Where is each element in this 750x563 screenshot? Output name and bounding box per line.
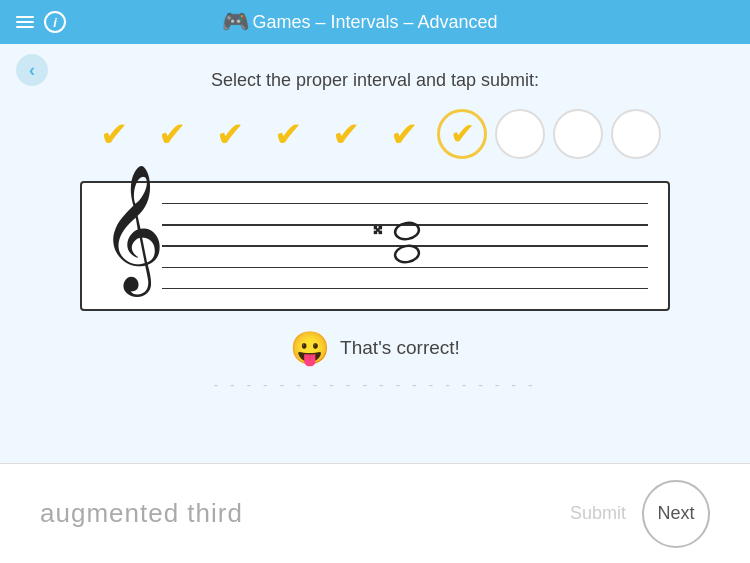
progress-item-9: [553, 109, 603, 159]
interval-label: augmented third: [40, 498, 243, 529]
progress-row: ✔ ✔ ✔ ✔ ✔ ✔ ✔: [50, 109, 700, 159]
header: i 🎮 Games – Intervals – Advanced: [0, 0, 750, 44]
svg-point-2: [394, 244, 420, 264]
progress-item-7-current: ✔: [437, 109, 487, 159]
progress-item-3: ✔: [205, 109, 255, 159]
gamepad-icon: 🎮: [222, 9, 249, 35]
progress-item-4: ✔: [263, 109, 313, 159]
progress-item-2: ✔: [147, 109, 197, 159]
feedback-text: That's correct!: [340, 337, 460, 359]
back-button[interactable]: ‹: [16, 54, 48, 86]
progress-item-1: ✔: [89, 109, 139, 159]
instruction-text: Select the proper interval and tap submi…: [50, 70, 700, 91]
svg-text:𝄪: 𝄪: [373, 216, 383, 238]
checkmark-icon: ✔: [216, 117, 244, 151]
bottom-right-controls: Submit Next: [570, 480, 710, 548]
checkmark-icon: ✔: [390, 117, 418, 151]
progress-item-10: [611, 109, 661, 159]
header-title: Games – Intervals – Advanced: [252, 12, 497, 33]
checkmark-icon: ✔: [274, 117, 302, 151]
checkmark-icon: ✔: [332, 117, 360, 151]
back-arrow-icon: ‹: [29, 60, 35, 81]
treble-clef-icon: 𝄞: [100, 173, 165, 283]
submit-label: Submit: [570, 503, 626, 524]
main-content: Select the proper interval and tap submi…: [0, 44, 750, 393]
progress-item-5: ✔: [321, 109, 371, 159]
menu-icon[interactable]: [16, 16, 34, 28]
svg-point-1: [394, 221, 420, 241]
checkmark-icon: ✔: [100, 117, 128, 151]
dotted-decoration: - - - - - - - - - - - - - - - - - - - -: [50, 377, 700, 393]
notes-area: 𝄪: [162, 183, 648, 309]
music-staff: 𝄞 𝄪: [80, 181, 670, 311]
info-icon[interactable]: i: [44, 11, 66, 33]
feedback-emoji: 😛: [290, 329, 330, 367]
header-left-controls: i: [16, 11, 66, 33]
music-notes-svg: 𝄪: [345, 196, 465, 296]
feedback-row: 😛 That's correct!: [50, 329, 700, 367]
bottom-bar: augmented third Submit Next: [0, 463, 750, 563]
checkmark-icon: ✔: [158, 117, 186, 151]
next-button[interactable]: Next: [642, 480, 710, 548]
checkmark-current-icon: ✔: [450, 119, 475, 149]
progress-item-6: ✔: [379, 109, 429, 159]
progress-item-8: [495, 109, 545, 159]
